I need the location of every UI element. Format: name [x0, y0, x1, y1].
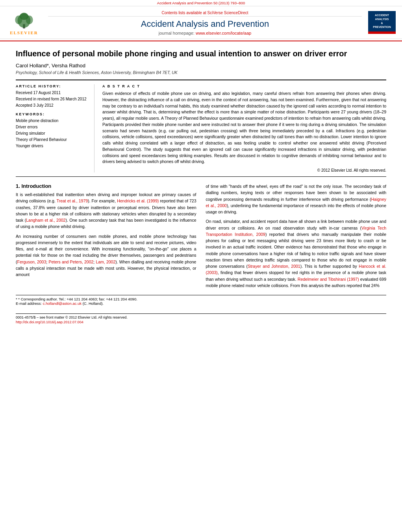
abstract-section: A B S T R A C T Given evidence of effect… — [102, 84, 386, 172]
journal-homepage: journal homepage: www.elsevier.com/locat… — [48, 31, 362, 35]
intro-para2: An increasing number of consumers own mo… — [16, 233, 196, 278]
keyword-3: Driving simulator — [16, 130, 88, 137]
received-date: Received 17 August 2011 — [16, 90, 88, 96]
ref-strayer[interactable]: Strayer and Johnston, 2001 — [248, 264, 300, 269]
affiliation: Psychology, School of Life & Health Scie… — [16, 70, 386, 75]
keyword-5: Younger drivers — [16, 143, 88, 149]
right-para2: On road, simulator, and accident report … — [206, 218, 387, 289]
ref-hendricks[interactable]: Hendricks et al. (1999) — [117, 198, 159, 203]
history-received: Received 17 August 2011 Received in revi… — [16, 90, 88, 108]
homepage-url[interactable]: www.elsevier.com/locate/aap — [196, 31, 251, 35]
keywords-list: Mobile phone distraction Driver errors D… — [16, 118, 88, 149]
page-footer: 0001-4575/$ – see front matter © 2012 El… — [16, 313, 386, 324]
keywords-label: Keywords: — [16, 112, 88, 116]
doi-bar: Accident Analysis and Prevention 50 (201… — [0, 0, 402, 6]
article-content: Influence of personal mobile phone ringi… — [0, 48, 402, 324]
body-right-col: of time with "hands off the wheel, eyes … — [206, 183, 387, 292]
ref-redelmeier[interactable]: Redelmeier and Tibshirani (1997) — [298, 277, 359, 282]
ref-peters[interactable]: Peters and Peters, 2002 — [48, 260, 93, 264]
homepage-label: journal homepage: — [159, 31, 195, 35]
footnote-email[interactable]: c.hollandl@aston.ac.uk — [43, 301, 82, 306]
journal-title: Accident Analysis and Prevention — [48, 19, 362, 29]
journal-header: Accident Analysis and Prevention 50 (201… — [0, 0, 402, 41]
ref-lam[interactable]: Lam, 2002 — [96, 260, 115, 264]
body-left-col: 1. Introduction It is well-established t… — [16, 183, 196, 292]
elsevier-tree-icon — [12, 10, 36, 30]
doi-link[interactable]: http://dx.doi.org/10.1016/j.aap.2012.07.… — [16, 320, 83, 324]
aap-logo-red-bar — [368, 32, 396, 34]
article-info: Article history: Received 17 August 2011… — [16, 84, 94, 172]
ref-ferguson[interactable]: Ferguson, 2003 — [17, 260, 46, 264]
journal-title-block: Contents lists available at SciVerse Sci… — [48, 9, 362, 35]
doi-bar-text: Accident Analysis and Prevention 50 (201… — [157, 1, 245, 5]
ref-treat[interactable]: Treat et al., 1979 — [57, 198, 88, 203]
footnote-text: * Corresponding author. Tel.: +44 121 20… — [18, 297, 137, 301]
footnote-section: * * Corresponding author. Tel.: +44 121 … — [16, 295, 386, 306]
accepted-date: Accepted 3 July 2012 — [16, 102, 88, 108]
elsevier-wordmark: ELSEVIER — [10, 30, 38, 35]
abstract-label: A B S T R A C T — [102, 84, 386, 88]
intro-para1: It is well-established that inattention … — [16, 191, 196, 230]
header-main: ELSEVIER Contents lists available at Sci… — [0, 6, 402, 39]
sciverse-link[interactable]: SciVerse ScienceDirect — [207, 11, 248, 15]
intro-title: 1. Introduction — [16, 183, 196, 189]
right-para1: of time with "hands off the wheel, eyes … — [206, 183, 387, 215]
keyword-2: Driver errors — [16, 124, 88, 130]
revised-date: Received in revised form 26 March 2012 — [16, 96, 88, 102]
article-info-abstract-section: Article history: Received 17 August 2011… — [16, 80, 386, 177]
body-section: 1. Introduction It is well-established t… — [16, 183, 386, 292]
doi-line: http://dx.doi.org/10.1016/j.aap.2012.07.… — [16, 320, 386, 324]
ref-virginia[interactable]: Virginia Tech Transportation Institution… — [206, 226, 387, 237]
abstract-text: Given evidence of effects of mobile phon… — [102, 91, 386, 165]
ref-langham[interactable]: Langham et al., 2002 — [26, 218, 65, 222]
article-title: Influence of personal mobile phone ringi… — [16, 48, 386, 59]
authors: Carol Holland*, Versha Rathod — [16, 63, 386, 69]
footnote-email-note: (C. Holland). — [83, 301, 104, 306]
svg-point-4 — [20, 13, 28, 20]
author-names: Carol Holland*, Versha Rathod — [16, 63, 85, 69]
email-label: E-mail address: — [16, 301, 42, 306]
aap-logo-block: ACCIDENTANALYSIS&PREVENTION — [368, 11, 396, 33]
article-history: Article history: Received 17 August 2011… — [16, 84, 88, 108]
keyword-1: Mobile phone distraction — [16, 118, 88, 124]
issn-line: 0001-4575/$ – see front matter © 2012 El… — [16, 315, 386, 319]
ref-haigney[interactable]: Haigney et al., 2000 — [206, 197, 387, 208]
aap-logo: ACCIDENTANALYSIS&PREVENTION — [368, 11, 396, 31]
elsevier-logo: ELSEVIER — [6, 10, 42, 35]
history-label: Article history: — [16, 84, 88, 88]
keywords-section: Keywords: Mobile phone distraction Drive… — [16, 112, 88, 149]
contents-line: Contents lists available at SciVerse Sci… — [48, 9, 362, 17]
copyright: © 2012 Elsevier Ltd. All rights reserved… — [102, 168, 386, 172]
keyword-4: Theory of Planned Behaviour — [16, 137, 88, 143]
